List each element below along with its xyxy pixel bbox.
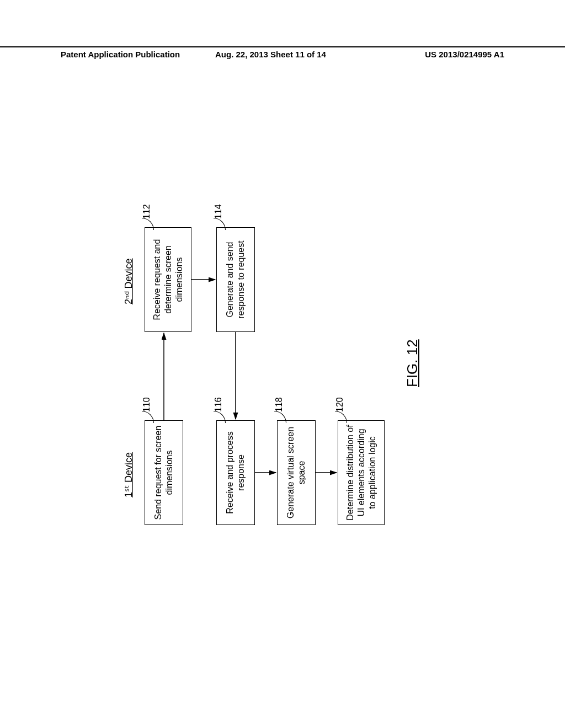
flow-arrows — [0, 82, 565, 646]
header-mid: Aug. 22, 2013 Sheet 11 of 14 — [215, 50, 326, 59]
page-header: Patent Application Publication Aug. 22, … — [0, 46, 565, 50]
header-right: US 2013/0214995 A1 — [425, 50, 504, 59]
header-left: Patent Application Publication — [61, 50, 180, 59]
flowchart-diagram: 1ˢᵗ Device 2ⁿᵈ Device Send request for s… — [0, 82, 565, 646]
